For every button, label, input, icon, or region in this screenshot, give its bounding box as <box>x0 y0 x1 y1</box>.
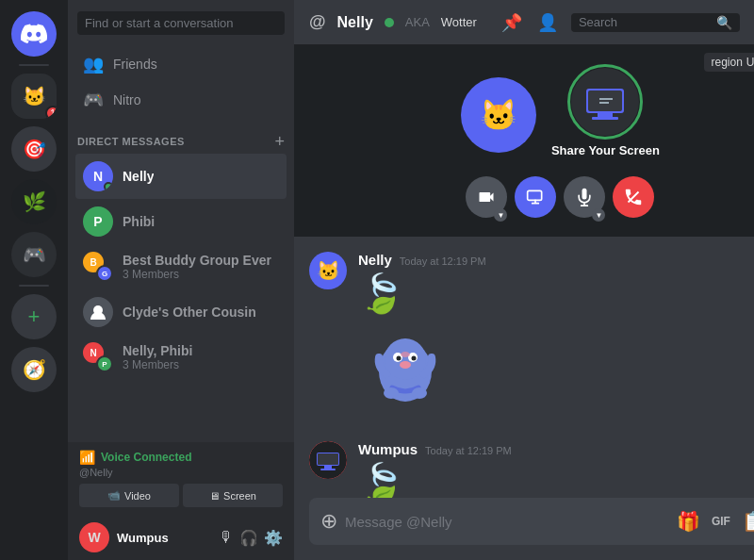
svg-point-17 <box>401 352 410 357</box>
dm-item-nelly-phibi[interactable]: N P Nelly, Phibi 3 Members <box>75 335 287 380</box>
chat-msg-avatar-wumpus <box>309 441 347 479</box>
screen-share-btn[interactable] <box>515 176 556 218</box>
dm-item-sub-nelly-phibi: 3 Members <box>123 358 192 371</box>
server-icon-1[interactable]: 🐱 1 <box>11 74 57 119</box>
dm-nav: 👥 Friends 🎮 Nitro <box>68 46 294 118</box>
svg-point-13 <box>412 356 417 361</box>
friends-label: Friends <box>113 57 157 72</box>
voice-connected-title: Voice Connected <box>101 451 191 464</box>
region-label: region <box>712 56 743 69</box>
sticker-leaf-wumpus: 🍃 <box>358 461 754 498</box>
friends-icon: 👥 <box>83 54 104 74</box>
voice-video-btn[interactable]: 📹 Video <box>79 484 179 507</box>
svg-rect-4 <box>592 117 618 120</box>
call-controls: ▼ ▼ <box>466 176 654 218</box>
dm-add-button[interactable]: + <box>274 133 285 150</box>
dm-search-input[interactable] <box>77 11 285 35</box>
voice-screen-label: Screen <box>223 490 256 502</box>
sticker-btn[interactable]: 📋 <box>742 510 754 533</box>
voice-bar-sub: @Nelly <box>79 467 283 478</box>
video-btn-chevron[interactable]: ▼ <box>494 208 507 222</box>
video-call-btn-group: ▼ <box>466 176 507 218</box>
chat-message-wumpus: Wumpus Today at 12:19 PM 🍃 <box>309 441 754 498</box>
dm-item-nelly[interactable]: N Nelly <box>75 154 287 199</box>
server-icon-2[interactable]: 🎯 <box>11 126 57 172</box>
dm-item-info-best-buddy: Best Buddy Group Ever 3 Members <box>123 253 271 281</box>
explore-servers-button[interactable]: 🧭 <box>11 347 57 392</box>
end-call-btn[interactable] <box>613 176 654 218</box>
region-value: US West <box>746 56 754 69</box>
chat-msg-header-nelly: Nelly Today at 12:19 PM <box>358 252 754 268</box>
dm-item-best-buddy[interactable]: B G Best Buddy Group Ever 3 Members <box>75 244 287 289</box>
dm-search-bar <box>68 0 294 46</box>
dm-item-name-phibi: Phibi <box>123 214 155 229</box>
video-icon: 📹 <box>107 489 121 502</box>
chat-msg-name-nelly: Nelly <box>358 252 392 268</box>
nitro-nav-item[interactable]: 🎮 Nitro <box>75 82 287 118</box>
message-input-add-btn[interactable]: ⊕ <box>320 498 337 545</box>
video-call-area: region US West ▼ 🐱 <box>294 45 754 237</box>
discord-home-button[interactable] <box>11 11 57 57</box>
voice-bar: 📶 Voice Connected @Nelly 📹 Video 🖥 Scree… <box>68 442 294 515</box>
user-controls: 🎙 🎧 ⚙️ <box>219 529 283 547</box>
main-header: @ Nelly AKA Wotter 📌 👤 🔍 📥 ❓ <box>294 0 754 45</box>
svg-rect-20 <box>318 453 338 465</box>
dm-avatar-clydes <box>83 297 113 327</box>
server-icon-3[interactable]: 🌿 <box>11 179 57 224</box>
friends-nav-item[interactable]: 👥 Friends <box>75 46 287 82</box>
header-at-icon: @ <box>309 12 326 32</box>
chat-msg-time-nelly: Today at 12:19 PM <box>400 255 486 267</box>
app-container: 🐱 1 🎯 🌿 🎮 + 🧭 👥 Friends 🎮 Nitro <box>0 0 754 560</box>
message-input[interactable] <box>345 502 669 541</box>
header-add-friend-button[interactable]: 👤 <box>535 10 560 35</box>
header-aka-name: Wotter <box>441 15 477 29</box>
user-avatar: W <box>79 522 109 552</box>
screen-icon: 🖥 <box>209 490 220 502</box>
chat-msg-name-wumpus: Wumpus <box>358 441 418 457</box>
dm-avatar-nelly: N <box>83 161 113 191</box>
svg-point-15 <box>384 387 399 399</box>
header-pin-button[interactable]: 📌 <box>500 10 524 35</box>
video-avatar-wumpus <box>567 64 643 140</box>
voice-controls: 📹 Video 🖥 Screen <box>79 484 283 507</box>
voice-screen-btn[interactable]: 🖥 Screen <box>183 484 283 507</box>
server-icon-4[interactable]: 🎮 <box>11 232 57 277</box>
add-server-button[interactable]: + <box>11 294 57 339</box>
dm-avatar-phibi: P <box>83 206 113 237</box>
mute-button[interactable]: 🎙 <box>219 529 234 547</box>
chat-msg-avatar-nelly: 🐱 <box>309 252 347 289</box>
svg-point-9 <box>385 338 426 380</box>
svg-rect-5 <box>588 91 622 111</box>
voice-signal-icon: 📶 <box>79 450 95 465</box>
chat-msg-time-wumpus: Today at 12:19 PM <box>425 445 512 456</box>
chat-msg-content-nelly: Nelly Today at 12:19 PM 🍃 <box>358 252 754 426</box>
voice-bar-top: 📶 Voice Connected <box>79 450 283 465</box>
svg-rect-6 <box>528 190 542 200</box>
message-input-wrapper: ⊕ 🎁 GIF 📋 😊 <box>309 498 754 545</box>
voice-video-label: Video <box>124 490 151 502</box>
server-divider-2 <box>19 285 49 287</box>
mic-btn-chevron[interactable]: ▼ <box>592 208 605 222</box>
dm-avatar-nelly-phibi: N P <box>83 342 113 372</box>
chat-msg-content-wumpus: Wumpus Today at 12:19 PM 🍃 <box>358 441 754 498</box>
nitro-label: Nitro <box>113 92 141 107</box>
deafen-button[interactable]: 🎧 <box>239 529 258 547</box>
dm-avatar-best-buddy: B G <box>83 252 113 282</box>
notification-badge: 1 <box>45 106 57 119</box>
svg-point-12 <box>397 356 402 361</box>
gif-btn[interactable]: GIF <box>712 515 730 528</box>
gift-btn[interactable]: 🎁 <box>677 510 700 533</box>
region-badge: region US West ▼ <box>704 53 755 72</box>
dm-item-clydes-cousin[interactable]: Clyde's Other Cousin <box>75 289 287 335</box>
sticker-wumpus-nelly <box>358 320 754 426</box>
dm-item-phibi[interactable]: P Phibi <box>75 199 287 244</box>
screen-share-btn-group <box>515 176 556 218</box>
message-input-area: ⊕ 🎁 GIF 📋 😊 <box>294 498 754 560</box>
dm-item-info-nelly: Nelly <box>123 169 154 184</box>
sticker-leaf-nelly: 🍃 <box>358 272 754 316</box>
svg-point-14 <box>400 361 411 369</box>
video-avatars: 🐱 <box>461 64 660 165</box>
user-settings-button[interactable]: ⚙️ <box>264 529 283 547</box>
header-search-input[interactable] <box>579 15 711 29</box>
svg-point-16 <box>412 387 427 399</box>
